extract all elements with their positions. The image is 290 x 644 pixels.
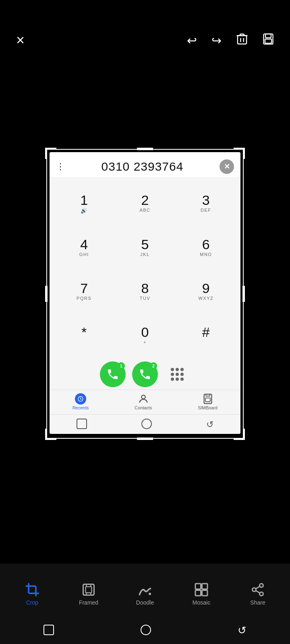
bottom-toolbar: Crop Framed Doodle Mosaic [0,564,290,644]
key-8[interactable]: 8 TUV [114,270,175,314]
svg-rect-16 [202,590,208,596]
system-nav: ↺ [0,620,290,644]
svg-rect-15 [195,590,201,596]
mid-handle-bottom[interactable] [137,438,153,440]
mid-handle-left[interactable] [45,286,48,302]
dialer-number-display: 0310 2393764 [102,160,184,173]
sim2-badge: 2 [150,362,157,369]
close-button[interactable]: × [16,32,25,49]
simboard-icon [203,393,213,405]
dialer-menu-button[interactable]: ⋮ [56,162,65,171]
key-9[interactable]: 9 WXYZ [176,270,236,314]
key-3[interactable]: 3 DEF [176,181,236,225]
dialpad-dots-icon [171,368,184,381]
dialer-clear-button[interactable]: ✕ [220,159,234,174]
tool-framed[interactable]: Framed [68,582,109,606]
dialer-screen: ⋮ 0310 2393764 ✕ 1 🔊 2 ABC 3 DEF 4 GHI 5… [50,152,240,434]
key-hash[interactable]: # [176,314,236,357]
undo-button[interactable]: ↩ [187,33,197,47]
svg-rect-0 [238,35,246,44]
dialer-bottom-nav: Recents Contacts SIMBoard [50,390,240,414]
tool-mosaic[interactable]: Mosaic [181,582,222,606]
dialer-system-nav: ↺ [50,414,240,434]
nav-contacts[interactable]: Contacts [135,393,152,410]
home-square-button[interactable] [44,625,54,637]
svg-rect-9 [205,398,210,402]
svg-point-19 [260,592,263,596]
delete-button[interactable] [236,33,248,48]
svg-rect-4 [265,34,271,37]
call-row: 1 2 [50,357,240,390]
key-1[interactable]: 1 🔊 [54,181,114,225]
svg-rect-5 [265,39,271,43]
mid-handle-top[interactable] [137,148,153,150]
recents-icon [75,393,86,405]
dialer-recents-button[interactable]: ↺ [206,419,213,430]
contacts-label: Contacts [135,405,152,410]
tool-crop[interactable]: Crop [12,582,52,606]
svg-point-12 [149,592,151,595]
key-0[interactable]: 0 + [114,314,175,357]
doodle-icon [138,582,152,597]
call-sim1-button[interactable]: 1 [100,361,126,387]
dialer-home-button[interactable] [77,419,87,431]
crop-icon [25,582,39,597]
share-icon [251,582,265,597]
doodle-label: Doodle [136,599,154,606]
key-5[interactable]: 5 JKL [114,225,175,269]
nav-recents[interactable]: Recents [72,393,89,410]
framed-icon [81,582,96,597]
home-circle-button[interactable] [141,625,151,637]
framed-label: Framed [79,599,98,606]
redo-button[interactable]: ↪ [211,33,222,47]
key-2[interactable]: 2 ABC [114,181,175,225]
crop-label: Crop [26,599,38,606]
svg-rect-10 [83,584,94,595]
simboard-label: SIMBoard [198,405,218,410]
mosaic-icon [194,582,209,597]
keypad: 1 🔊 2 ABC 3 DEF 4 GHI 5 JKL 6 MNO 7 PQRS [50,177,240,357]
recents-label: Recents [72,405,89,410]
contacts-icon [138,393,149,405]
svg-point-17 [260,584,263,587]
dialpad-toggle-button[interactable] [164,361,190,387]
sim1-badge: 1 [118,362,125,369]
save-button[interactable] [263,33,274,48]
tool-doodle[interactable]: Doodle [125,582,165,606]
svg-point-18 [253,588,256,591]
tool-share[interactable]: Share [238,582,278,606]
editor-tools: Crop Framed Doodle Mosaic [0,564,290,620]
nav-simboard[interactable]: SIMBoard [198,393,218,410]
svg-rect-13 [195,584,201,589]
key-6[interactable]: 6 MNO [176,225,236,269]
back-button[interactable]: ↺ [238,624,246,637]
dialer-back-button-circle[interactable] [141,419,152,431]
svg-rect-14 [202,584,208,589]
key-star[interactable]: * [54,314,114,357]
mosaic-label: Mosaic [193,599,210,606]
svg-rect-11 [86,586,92,592]
dialer-header: ⋮ 0310 2393764 ✕ [50,152,240,177]
key-4[interactable]: 4 GHI [54,225,114,269]
top-toolbar: × ↩ ↪ [0,0,290,64]
svg-point-7 [141,395,145,399]
call-sim2-button[interactable]: 2 [132,361,158,387]
share-label: Share [250,599,265,606]
key-7[interactable]: 7 PQRS [54,270,114,314]
mid-handle-right[interactable] [242,286,245,302]
